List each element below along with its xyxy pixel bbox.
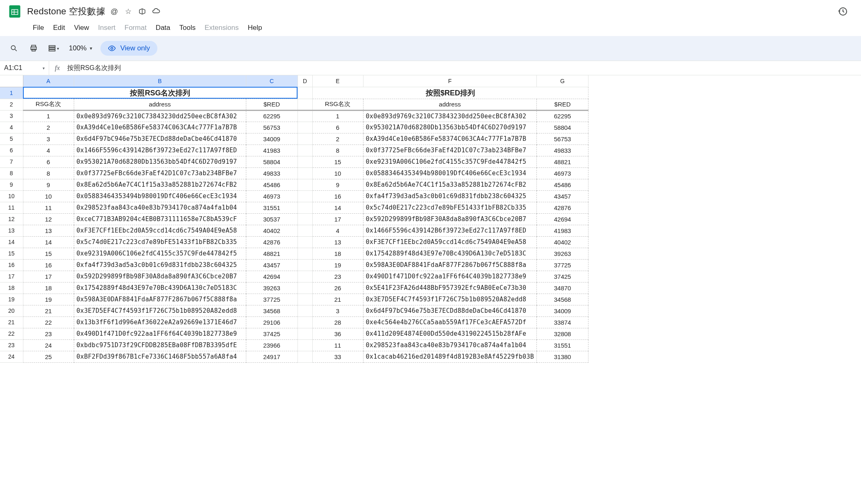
cell-C23[interactable]: 23966	[246, 339, 298, 351]
cell-D15[interactable]	[298, 248, 312, 259]
cell-E20[interactable]: 3	[312, 305, 363, 316]
cell-G9[interactable]: 45486	[537, 179, 588, 190]
cell-D9[interactable]	[298, 179, 312, 190]
mention-icon[interactable]: @	[110, 7, 118, 16]
cell-D2[interactable]	[298, 99, 312, 110]
cell-A2[interactable]: RSG名次	[23, 99, 74, 110]
cell-merged-left-title[interactable]: 按照RSG名次排列	[23, 87, 298, 99]
row-header-4[interactable]: 4	[0, 122, 23, 133]
cell-D17[interactable]	[298, 271, 312, 282]
cell-C24[interactable]: 24917	[246, 351, 298, 362]
cell-G18[interactable]: 34870	[537, 282, 588, 294]
cell-E18[interactable]: 26	[312, 282, 363, 294]
row-header-21[interactable]: 21	[0, 316, 23, 328]
cell-B13[interactable]: 0xF3E7CFf1EEbc2d0A59ccd14cd6c7549A04E9eA…	[74, 225, 246, 236]
cell-F7[interactable]: 0xe92319A006C106e2fdC4155c357C9Fde447842…	[363, 156, 537, 167]
cell-F14[interactable]: 0xF3E7CFf1EEbc2d0A59ccd14cd6c7549A04E9eA…	[363, 236, 537, 248]
cell-F21[interactable]: 0xe4c564e4b276CCa5aab559Af17FCe3cAEFA572…	[363, 316, 537, 328]
cell-F6[interactable]: 0x0f37725eFBc66de3FaEf42D1C07c73ab234BFB…	[363, 145, 537, 156]
cell-B18[interactable]: 0x17542889f48d43E97e70Bc439D6A130c7eD518…	[74, 282, 246, 294]
cell-A21[interactable]: 22	[23, 316, 74, 328]
cell-D22[interactable]	[298, 328, 312, 339]
cell-A24[interactable]: 25	[23, 351, 74, 362]
cell-C11[interactable]: 31551	[246, 202, 298, 213]
document-title[interactable]: Redstone 空投數據	[27, 5, 105, 18]
cell-E14[interactable]: 13	[312, 236, 363, 248]
cell-D7[interactable]	[298, 156, 312, 167]
row-header-1[interactable]: 1	[0, 87, 23, 99]
cell-B3[interactable]: 0x0e893d9769c3210C73843230dd250eecBC8fA3…	[74, 110, 246, 122]
cell-B4[interactable]: 0xA39d4Ce10e6B586Fe58374C063CA4c777F1a7B…	[74, 122, 246, 133]
cell-C17[interactable]: 42694	[246, 271, 298, 282]
column-header-D[interactable]: D	[298, 75, 312, 87]
select-all-corner[interactable]	[0, 75, 23, 87]
cell-D3[interactable]	[298, 110, 312, 122]
cell-E19[interactable]: 21	[312, 294, 363, 305]
cell-D21[interactable]	[298, 316, 312, 328]
column-header-G[interactable]: G	[537, 75, 588, 87]
cell-G14[interactable]: 40402	[537, 236, 588, 248]
cell-F9[interactable]: 0x8Ea62d5b6Ae7C4C1f15a33a852881b272674cF…	[363, 179, 537, 190]
cell-F16[interactable]: 0x598A3E0DAF8841FdaAF877F2867b067f5C888f…	[363, 259, 537, 271]
cell-G22[interactable]: 32808	[537, 328, 588, 339]
cell-D6[interactable]	[298, 145, 312, 156]
cell-F19[interactable]: 0x3E7D5EF4C7f4593f1F726C75b1b089520A82ed…	[363, 294, 537, 305]
cell-C16[interactable]: 43457	[246, 259, 298, 271]
search-button[interactable]	[7, 41, 21, 56]
menu-view[interactable]: View	[70, 21, 93, 34]
cell-C2[interactable]: $RED	[246, 99, 298, 110]
cell-D18[interactable]	[298, 282, 312, 294]
cell-A14[interactable]: 14	[23, 236, 74, 248]
cell-G3[interactable]: 62295	[537, 110, 588, 122]
sheets-app-icon[interactable]	[7, 3, 23, 20]
cell-G17[interactable]: 37425	[537, 271, 588, 282]
cell-B14[interactable]: 0x5c74d0E217c223cd7e89bFE51433f1bFB82Cb3…	[74, 236, 246, 248]
row-header-18[interactable]: 18	[0, 282, 23, 294]
cell-F11[interactable]: 0x5c74d0E217c223cd7e89bFE51433f1bFB82Cb3…	[363, 202, 537, 213]
cell-C9[interactable]: 45486	[246, 179, 298, 190]
cell-A12[interactable]: 12	[23, 213, 74, 225]
cell-B9[interactable]: 0x8Ea62d5b6Ae7C4C1f15a33a852881b272674cF…	[74, 179, 246, 190]
cell-F4[interactable]: 0x953021A70d68280Db13563bb54Df4C6D270d91…	[363, 122, 537, 133]
cell-D1[interactable]	[298, 87, 312, 99]
cell-D8[interactable]	[298, 167, 312, 179]
cell-E13[interactable]: 4	[312, 225, 363, 236]
cell-A6[interactable]: 4	[23, 145, 74, 156]
cell-B12[interactable]: 0xceC771B3AB9204c4EB0B731111658e7C8bA539…	[74, 213, 246, 225]
cell-B10[interactable]: 0x05883464353494b980019DfC406e66CecE3c19…	[74, 190, 246, 202]
row-header-17[interactable]: 17	[0, 271, 23, 282]
cell-F24[interactable]: 0x1cacab46216ed201489f4d8192B3e8Af45229f…	[363, 351, 537, 362]
row-header-14[interactable]: 14	[0, 236, 23, 248]
cell-G2[interactable]: $RED	[537, 99, 588, 110]
cell-A8[interactable]: 8	[23, 167, 74, 179]
cell-C15[interactable]: 48821	[246, 248, 298, 259]
column-header-C[interactable]: C	[246, 75, 298, 87]
cell-E6[interactable]: 8	[312, 145, 363, 156]
cell-C18[interactable]: 39263	[246, 282, 298, 294]
cell-A13[interactable]: 13	[23, 225, 74, 236]
cell-A3[interactable]: 1	[23, 110, 74, 122]
row-header-12[interactable]: 12	[0, 213, 23, 225]
cell-D13[interactable]	[298, 225, 312, 236]
row-header-22[interactable]: 22	[0, 328, 23, 339]
cell-B8[interactable]: 0x0f37725eFBc66de3FaEf42D1C07c73ab234BFB…	[74, 167, 246, 179]
row-header-7[interactable]: 7	[0, 156, 23, 167]
cell-E24[interactable]: 33	[312, 351, 363, 362]
cell-G21[interactable]: 33874	[537, 316, 588, 328]
cell-F8[interactable]: 0x05883464353494b980019DfC406e66CecE3c19…	[363, 167, 537, 179]
cell-E21[interactable]: 28	[312, 316, 363, 328]
view-only-badge[interactable]: View only	[100, 41, 157, 56]
cell-D16[interactable]	[298, 259, 312, 271]
cell-E4[interactable]: 6	[312, 122, 363, 133]
cell-G15[interactable]: 39263	[537, 248, 588, 259]
cell-C8[interactable]: 49833	[246, 167, 298, 179]
cell-B24[interactable]: 0xBF2FDd39f867B1cFe7336C1468F5bb557a6A8f…	[74, 351, 246, 362]
cell-C12[interactable]: 30537	[246, 213, 298, 225]
cell-A9[interactable]: 9	[23, 179, 74, 190]
cell-B5[interactable]: 0x6d4F97bC946e75b3E7ECDd88deDaCbe46Cd418…	[74, 133, 246, 145]
cell-A15[interactable]: 15	[23, 248, 74, 259]
cell-E12[interactable]: 17	[312, 213, 363, 225]
column-header-A[interactable]: A	[23, 75, 74, 87]
row-header-11[interactable]: 11	[0, 202, 23, 213]
menu-edit[interactable]: Edit	[49, 21, 69, 34]
